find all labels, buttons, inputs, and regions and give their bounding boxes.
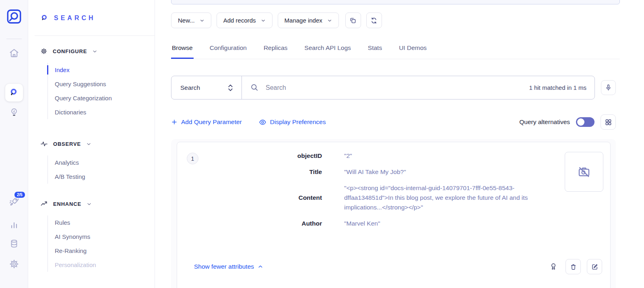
- search-icon: [250, 83, 259, 92]
- tab-browse[interactable]: Browse: [171, 42, 194, 59]
- index-toolbar: New... Add records Manage index: [171, 12, 382, 28]
- algolia-logo-icon[interactable]: [6, 8, 23, 25]
- new-button[interactable]: New...: [171, 12, 211, 28]
- rail-divider: [6, 39, 22, 39]
- manage-index-label: Manage index: [285, 17, 322, 24]
- sidebar-item-ab-testing[interactable]: A/B Testing: [55, 170, 85, 184]
- query-alternatives-label: Query alternatives: [519, 118, 570, 126]
- edit-pencil-icon: [591, 263, 599, 271]
- no-image-camera-icon: [577, 165, 591, 179]
- section-observe-label: OBSERVE: [53, 141, 81, 147]
- section-observe[interactable]: OBSERVE: [40, 140, 91, 148]
- sidebar-item-ai-synonyms[interactable]: AI Synonyms: [55, 230, 96, 244]
- voice-search-button[interactable]: [601, 80, 616, 95]
- index-tabs: Browse Configuration Replicas Search API…: [171, 42, 620, 59]
- sidebar-item-index[interactable]: Index: [55, 63, 112, 77]
- copy-index-button[interactable]: [345, 12, 361, 28]
- attr-value-objectid: "2": [344, 151, 553, 161]
- hit-actions: [547, 259, 602, 274]
- search-input-area: 1 hit matched in 1 ms: [242, 76, 594, 99]
- attr-name-author: Author: [201, 220, 322, 227]
- tab-replicas[interactable]: Replicas: [263, 42, 288, 59]
- search-mode-value: Search: [180, 84, 200, 91]
- plus-icon: [171, 119, 178, 125]
- attr-name-title: Title: [201, 168, 322, 176]
- sidebar-item-re-ranking[interactable]: Re-Ranking: [55, 244, 96, 258]
- section-enhance-label: ENHANCE: [53, 201, 81, 207]
- promote-record-button[interactable]: [547, 261, 559, 273]
- show-fewer-label: Show fewer attributes: [194, 263, 254, 270]
- new-button-label: New...: [178, 17, 195, 24]
- tab-ui-demos[interactable]: UI Demos: [398, 42, 427, 59]
- search-row: Search 1 hit matched in 1 ms: [171, 76, 616, 99]
- hit-card: 1 objectID "2" Title "Will AI Take My Jo…: [177, 142, 611, 288]
- sidebar-divider: [35, 35, 155, 36]
- chevron-down-icon: [92, 49, 97, 54]
- refresh-button[interactable]: [366, 12, 382, 28]
- observe-pulse-icon: [40, 140, 48, 148]
- database-icon[interactable]: [9, 238, 19, 249]
- chevron-down-icon: [327, 18, 332, 23]
- attr-value-author: "Marvel Ken": [344, 219, 553, 228]
- chevron-down-icon: [200, 18, 204, 23]
- delete-record-button[interactable]: [566, 259, 581, 274]
- add-query-parameter-link[interactable]: Add Query Parameter: [171, 118, 242, 126]
- eye-icon: [259, 118, 266, 126]
- tab-search-api-logs[interactable]: Search API Logs: [303, 42, 351, 59]
- edit-record-button[interactable]: [587, 259, 602, 274]
- hit-attributes: objectID "2" Title "Will AI Take My Job?…: [201, 151, 553, 228]
- display-preferences-link[interactable]: Display Preferences: [259, 118, 326, 126]
- main-area: New... Add records Manage index: [155, 0, 644, 288]
- tab-stats[interactable]: Stats: [367, 42, 383, 59]
- search-product-icon[interactable]: [5, 84, 23, 102]
- section-enhance[interactable]: ENHANCE: [40, 200, 92, 208]
- attr-name-content: Content: [201, 194, 322, 201]
- toggle-knob: [577, 118, 584, 126]
- usage-badge: 2/5: [14, 191, 26, 199]
- sidebar-item-query-categorization[interactable]: Query Categorization: [55, 91, 112, 105]
- query-options-right: Query alternatives: [519, 114, 616, 130]
- query-options-row: Add Query Parameter Display Preferences …: [171, 114, 616, 130]
- home-icon[interactable]: [8, 48, 19, 58]
- chevron-down-icon: [261, 18, 266, 23]
- attr-value-title: "Will AI Take My Job?": [344, 167, 553, 177]
- sidebar-item-personalization[interactable]: Personalization: [55, 258, 96, 272]
- search-input[interactable]: [266, 84, 522, 91]
- hit-thumbnail-placeholder: [565, 152, 603, 192]
- copy-icon: [349, 17, 357, 25]
- sidebar: SEARCH CONFIGURE Index Query Suggestions…: [28, 0, 155, 288]
- search-bar: Search 1 hit matched in 1 ms: [171, 76, 595, 99]
- configure-items: Index Query Suggestions Query Categoriza…: [47, 63, 112, 119]
- refresh-icon: [370, 17, 378, 25]
- enhance-items: Rules AI Synonyms Re-Ranking Personaliza…: [47, 215, 96, 272]
- attr-name-objectid: objectID: [201, 152, 322, 160]
- chevron-down-icon: [86, 141, 91, 147]
- add-records-button[interactable]: Add records: [217, 12, 272, 28]
- sidebar-item-analytics[interactable]: Analytics: [55, 155, 85, 170]
- analytics-bars-icon[interactable]: [9, 220, 19, 230]
- sidebar-item-dictionaries[interactable]: Dictionaries: [55, 105, 112, 119]
- index-selector-partial[interactable]: [171, 0, 620, 4]
- tab-configuration[interactable]: Configuration: [209, 42, 248, 59]
- show-fewer-attributes-link[interactable]: Show fewer attributes: [194, 263, 263, 270]
- manage-index-button[interactable]: Manage index: [278, 12, 339, 28]
- sidebar-header: SEARCH: [40, 14, 96, 23]
- search-mode-select[interactable]: Search: [171, 76, 242, 99]
- enhance-trend-icon: [40, 200, 48, 208]
- app-rail: 2/5: [0, 0, 28, 288]
- search-stats: 1 hit matched in 1 ms: [529, 84, 586, 91]
- hits-panel: 1 objectID "2" Title "Will AI Take My Jo…: [171, 139, 616, 288]
- query-alternatives-toggle[interactable]: [576, 117, 594, 127]
- section-configure[interactable]: CONFIGURE: [40, 48, 97, 55]
- sidebar-item-query-suggestions[interactable]: Query Suggestions: [55, 77, 112, 91]
- chevron-down-icon: [87, 201, 92, 207]
- award-ribbon-icon: [549, 262, 558, 271]
- trash-icon: [570, 263, 577, 271]
- recommend-bulb-icon[interactable]: [9, 107, 19, 118]
- layout-grid-button[interactable]: [601, 114, 616, 130]
- settings-gear-icon[interactable]: [8, 259, 19, 269]
- microphone-icon: [605, 84, 612, 91]
- add-query-parameter-label: Add Query Parameter: [181, 118, 242, 126]
- section-configure-label: CONFIGURE: [53, 48, 87, 54]
- sidebar-item-rules[interactable]: Rules: [55, 215, 96, 230]
